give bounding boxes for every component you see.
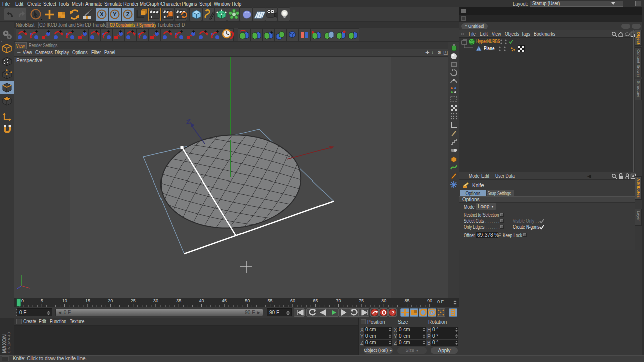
svg-text:75: 75 [359, 298, 364, 303]
svg-text:20: 20 [108, 298, 113, 303]
svg-text:10: 10 [62, 298, 67, 303]
svg-text:Z: Z [126, 11, 130, 17]
svg-text:85: 85 [405, 298, 410, 303]
svg-text:45: 45 [222, 298, 227, 303]
svg-text:15: 15 [85, 298, 90, 303]
svg-text:65: 65 [313, 298, 318, 303]
svg-text:?: ? [392, 310, 395, 315]
svg-text:40: 40 [199, 298, 204, 303]
svg-text:25: 25 [131, 298, 136, 303]
svg-text:0: 0 [21, 298, 24, 303]
svg-text:55: 55 [268, 298, 273, 303]
svg-text:50: 50 [245, 298, 250, 303]
svg-text:90: 90 [427, 298, 432, 303]
svg-text:80: 80 [381, 298, 386, 303]
svg-text:30: 30 [153, 298, 158, 303]
svg-text:70: 70 [336, 298, 341, 303]
svg-text:5: 5 [41, 298, 43, 303]
svg-text:X: X [100, 11, 104, 17]
svg-text:Y: Y [113, 11, 117, 17]
svg-text:35: 35 [176, 298, 181, 303]
svg-text:60: 60 [290, 298, 295, 303]
svg-text:P: P [430, 310, 433, 315]
